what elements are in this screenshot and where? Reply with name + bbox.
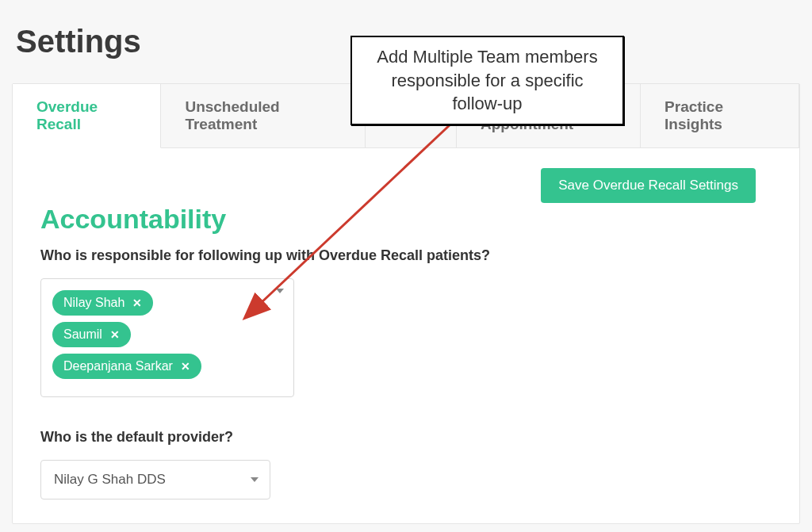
team-member-multiselect[interactable]: Nilay Shah ✕ Saumil ✕ Deepanjana Sarkar …: [40, 278, 294, 397]
section-heading-accountability: Accountability: [40, 204, 772, 235]
tab-overdue-recall[interactable]: Overdue Recall: [13, 84, 161, 148]
settings-panel: Overdue Recall Unscheduled Treatment Agi…: [12, 83, 800, 524]
question-responsible: Who is responsible for following up with…: [40, 247, 772, 264]
tab-content: Save Overdue Recall Settings Accountabil…: [13, 148, 799, 523]
tag-team-member: Nilay Shah ✕: [52, 290, 153, 316]
question-default-provider: Who is the default provider?: [40, 429, 772, 446]
annotation-callout: Add Multiple Team members responsible fo…: [350, 36, 624, 125]
close-icon[interactable]: ✕: [132, 297, 142, 309]
tag-team-member: Saumil ✕: [52, 322, 131, 347]
tab-unscheduled-treatment[interactable]: Unscheduled Treatment: [161, 84, 366, 147]
select-value: Nilay G Shah DDS: [54, 472, 166, 487]
tab-practice-insights[interactable]: Practice Insights: [641, 84, 799, 147]
tag-team-member: Deepanjana Sarkar ✕: [52, 354, 201, 379]
chevron-down-icon: [251, 477, 259, 482]
default-provider-select[interactable]: Nilay G Shah DDS: [40, 460, 270, 499]
tag-label: Nilay Shah: [63, 296, 124, 310]
tag-label: Saumil: [63, 327, 102, 342]
tag-label: Deepanjana Sarkar: [63, 359, 173, 373]
close-icon[interactable]: ✕: [110, 328, 120, 341]
close-icon[interactable]: ✕: [181, 360, 190, 373]
save-button[interactable]: Save Overdue Recall Settings: [541, 168, 756, 203]
chevron-down-icon[interactable]: [276, 289, 284, 293]
